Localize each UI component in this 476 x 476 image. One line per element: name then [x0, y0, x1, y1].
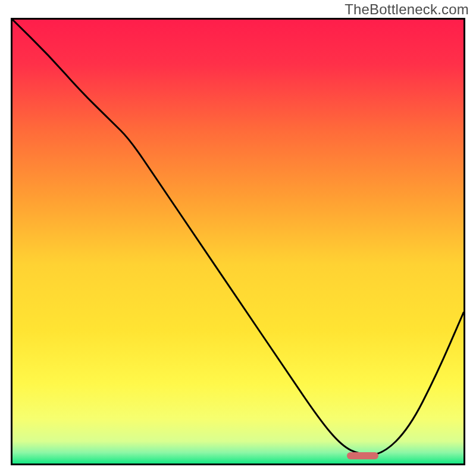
bottleneck-curve: [12, 20, 464, 464]
watermark-text: TheBottleneck.com: [345, 1, 469, 18]
plot-area: [11, 18, 465, 465]
optimal-range-marker: [347, 452, 378, 459]
chart-frame: TheBottleneck.com: [0, 0, 476, 476]
